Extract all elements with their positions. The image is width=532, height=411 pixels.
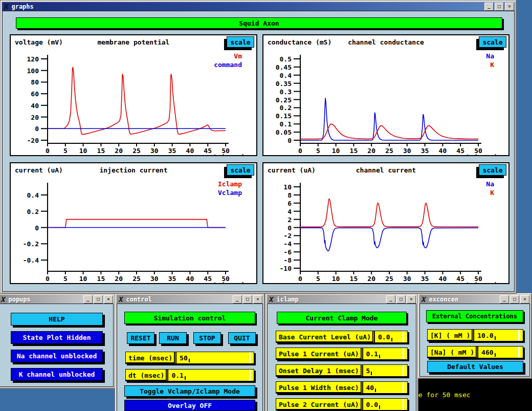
pulse2-current-input[interactable]: 0.0 xyxy=(363,399,403,410)
onset-delay1-input[interactable]: 5 xyxy=(363,365,403,376)
k-channel-button[interactable]: K channel unblocked xyxy=(11,368,103,381)
svg-text:t (msec): t (msec) xyxy=(465,281,498,283)
maximize-icon[interactable]: □ xyxy=(495,3,504,11)
svg-text:0: 0 xyxy=(298,275,302,283)
minimize-icon[interactable]: _ xyxy=(386,295,395,304)
window-title: popups xyxy=(8,296,82,303)
svg-text:30: 30 xyxy=(150,147,159,155)
close-icon[interactable]: ✕ xyxy=(104,295,113,304)
svg-text:0: 0 xyxy=(46,275,50,283)
external-concentrations-header: External Concentrations xyxy=(426,310,523,322)
legend-entry: Na xyxy=(486,180,494,188)
graphs-window: X graphs _ □ ✕ Squid Axon 12010080604020… xyxy=(0,0,517,294)
state-plot-button[interactable]: State Plot Hidden xyxy=(11,331,103,344)
maximize-icon[interactable]: □ xyxy=(243,295,252,304)
svg-text:8: 8 xyxy=(287,191,292,199)
minimize-icon[interactable]: _ xyxy=(484,3,494,11)
na-channel-button[interactable]: Na channel unblocked xyxy=(11,350,103,362)
chart-title: membrane potential xyxy=(11,38,256,46)
na-concentration-input[interactable]: 460 xyxy=(478,347,518,358)
minimize-icon[interactable]: _ xyxy=(83,295,93,304)
text-cursor xyxy=(379,405,380,409)
svg-text:10: 10 xyxy=(79,275,87,283)
run-button[interactable]: RUN xyxy=(159,332,187,344)
maximize-icon[interactable]: □ xyxy=(510,295,519,304)
svg-text:120: 120 xyxy=(27,55,39,63)
minimize-icon[interactable]: _ xyxy=(500,295,509,304)
field-tail xyxy=(403,348,407,359)
svg-text:35: 35 xyxy=(421,275,429,283)
legend-entry: Na xyxy=(486,52,494,60)
field-label: [K] ( mM ) xyxy=(428,330,473,341)
pulse1-current-input[interactable]: 0.1 xyxy=(363,348,403,359)
svg-text:5: 5 xyxy=(316,147,320,155)
svg-text:t (msec): t (msec) xyxy=(465,153,498,155)
svg-text:0.2: 0.2 xyxy=(27,208,39,215)
field-tail xyxy=(249,352,254,363)
svg-text:45: 45 xyxy=(456,275,464,283)
graphs-titlebar[interactable]: X graphs _ □ ✕ xyxy=(2,2,515,11)
default-values-button[interactable]: Default Values xyxy=(427,361,523,373)
scale-button[interactable]: scale xyxy=(479,36,506,48)
svg-text:0: 0 xyxy=(287,137,292,144)
svg-text:45: 45 xyxy=(204,275,212,283)
dt-input[interactable]: 0.1 xyxy=(168,370,249,381)
toggle-clamp-mode-button[interactable]: Toggle Vclamp/Iclamp Mode xyxy=(124,385,255,397)
window-title: exconcen xyxy=(429,296,499,303)
chart-channel-current: 1086420-2-4-6-8-1005101520253035404550t … xyxy=(262,162,509,284)
maximize-icon[interactable]: □ xyxy=(94,295,103,304)
x-logo-icon: X xyxy=(269,296,274,303)
time-input[interactable]: 50 xyxy=(176,352,249,363)
na-concentration-field: [Na] ( mM )460 xyxy=(427,346,523,358)
svg-text:0.2: 0.2 xyxy=(280,104,292,112)
overlay-button[interactable]: Overlay OFF xyxy=(124,400,255,411)
pulse1-width-input[interactable]: 40 xyxy=(363,382,403,393)
help-button[interactable]: HELP xyxy=(11,313,103,326)
quit-button[interactable]: QUIT xyxy=(228,332,256,344)
field-tail xyxy=(403,382,407,393)
svg-text:20: 20 xyxy=(115,147,123,155)
maximize-icon[interactable]: □ xyxy=(396,295,406,304)
base-current-field: Base Current Level (uA)0.0 xyxy=(276,331,408,343)
close-icon[interactable]: ✕ xyxy=(505,3,514,11)
svg-text:20: 20 xyxy=(115,275,123,283)
scale-button[interactable]: scale xyxy=(227,164,254,176)
svg-text:5: 5 xyxy=(63,147,68,155)
x-logo-icon: X xyxy=(421,296,427,303)
text-cursor xyxy=(185,376,186,380)
stop-button[interactable]: STOP xyxy=(193,332,221,344)
popups-titlebar[interactable]: X popups _ □ ✕ xyxy=(0,295,114,304)
field-label: dt (msec) xyxy=(126,370,167,381)
svg-text:4: 4 xyxy=(287,208,292,215)
window-title: iclamp xyxy=(276,296,385,303)
exconcen-titlebar[interactable]: X exconcen _ □ ✕ xyxy=(419,295,530,304)
svg-text:20: 20 xyxy=(367,147,375,155)
field-label: time (msec) xyxy=(126,352,175,363)
legend-entry: Vm xyxy=(214,52,242,60)
svg-text:0.3: 0.3 xyxy=(280,88,292,96)
close-icon[interactable]: ✕ xyxy=(253,295,262,304)
minimize-icon[interactable]: _ xyxy=(233,295,242,304)
svg-text:40: 40 xyxy=(439,275,447,283)
svg-text:0.4: 0.4 xyxy=(280,72,292,79)
chart-title: injection current xyxy=(11,166,256,174)
reset-button[interactable]: RESET xyxy=(127,332,154,344)
close-icon[interactable]: ✕ xyxy=(520,295,529,304)
chart-title: channel current xyxy=(263,166,508,174)
k-concentration-input[interactable]: 10.0 xyxy=(474,330,518,341)
close-icon[interactable]: ✕ xyxy=(407,295,416,304)
svg-text:2: 2 xyxy=(287,216,292,224)
control-titlebar[interactable]: X control _ □ ✕ xyxy=(117,295,263,304)
text-cursor xyxy=(379,355,380,358)
field-label: Onset Delay 1 (msec) xyxy=(276,365,362,376)
scale-button[interactable]: scale xyxy=(227,36,254,48)
iclamp-titlebar[interactable]: X iclamp _ □ ✕ xyxy=(267,295,416,304)
svg-text:80: 80 xyxy=(31,78,39,86)
svg-text:35: 35 xyxy=(168,275,176,283)
window-title: control xyxy=(126,296,232,303)
base-current-input[interactable]: 0.0 xyxy=(375,331,403,342)
scale-button[interactable]: scale xyxy=(479,164,506,176)
pulse1-width-field: Pulse 1 Width (msec)40 xyxy=(276,381,408,394)
svg-text:-2: -2 xyxy=(283,232,292,240)
chart-injection-current: 0.40.20-0.2-0.405101520253035404550t (ms… xyxy=(10,162,257,284)
